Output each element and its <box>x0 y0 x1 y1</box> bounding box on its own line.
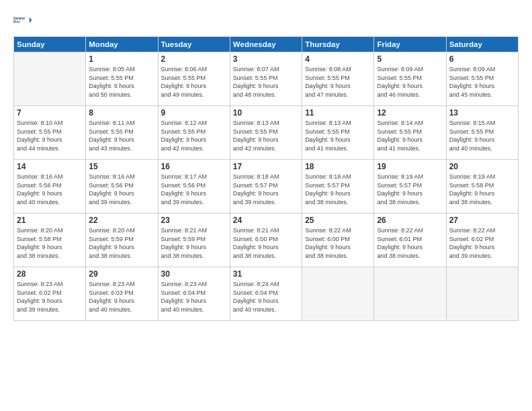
calendar-cell: 4Sunrise: 8:08 AM Sunset: 5:55 PM Daylig… <box>302 52 374 106</box>
svg-marker-2 <box>30 17 32 23</box>
day-number: 17 <box>233 162 299 171</box>
day-info: Sunrise: 8:08 AM Sunset: 5:55 PM Dayligh… <box>305 65 371 99</box>
day-info: Sunrise: 8:23 AM Sunset: 6:02 PM Dayligh… <box>17 280 83 314</box>
day-info: Sunrise: 8:10 AM Sunset: 5:55 PM Dayligh… <box>17 119 83 152</box>
day-number: 13 <box>449 108 515 118</box>
calendar-cell <box>374 267 446 321</box>
day-number: 10 <box>233 108 299 118</box>
week-row-2: 7Sunrise: 8:10 AM Sunset: 5:55 PM Daylig… <box>14 106 519 160</box>
day-info: Sunrise: 8:19 AM Sunset: 5:58 PM Dayligh… <box>449 173 515 206</box>
day-info: Sunrise: 8:23 AM Sunset: 6:03 PM Dayligh… <box>89 280 154 314</box>
week-row-3: 14Sunrise: 8:16 AM Sunset: 5:56 PM Dayli… <box>14 160 519 214</box>
day-info: Sunrise: 8:22 AM Sunset: 6:02 PM Dayligh… <box>449 226 515 260</box>
day-info: Sunrise: 8:20 AM Sunset: 5:58 PM Dayligh… <box>17 226 83 260</box>
week-row-5: 28Sunrise: 8:23 AM Sunset: 6:02 PM Dayli… <box>14 267 519 321</box>
day-info: Sunrise: 8:18 AM Sunset: 5:57 PM Dayligh… <box>305 173 371 206</box>
day-info: Sunrise: 8:19 AM Sunset: 5:57 PM Dayligh… <box>377 173 443 206</box>
svg-text:Blue: Blue <box>13 20 20 24</box>
day-info: Sunrise: 8:23 AM Sunset: 6:04 PM Dayligh… <box>161 280 227 314</box>
day-info: Sunrise: 8:22 AM Sunset: 6:01 PM Dayligh… <box>377 226 443 260</box>
day-number: 26 <box>377 216 443 225</box>
day-info: Sunrise: 8:17 AM Sunset: 5:56 PM Dayligh… <box>161 173 227 206</box>
day-info: Sunrise: 8:13 AM Sunset: 5:55 PM Dayligh… <box>305 119 371 152</box>
day-info: Sunrise: 8:11 AM Sunset: 5:55 PM Dayligh… <box>89 119 154 152</box>
calendar-cell: 27Sunrise: 8:22 AM Sunset: 6:02 PM Dayli… <box>446 214 518 267</box>
day-info: Sunrise: 8:06 AM Sunset: 5:55 PM Dayligh… <box>161 65 227 99</box>
calendar-cell: 23Sunrise: 8:21 AM Sunset: 5:59 PM Dayli… <box>158 214 230 267</box>
day-info: Sunrise: 8:12 AM Sunset: 5:55 PM Dayligh… <box>161 119 227 152</box>
day-number: 20 <box>449 162 515 171</box>
calendar-cell: 5Sunrise: 8:09 AM Sunset: 5:55 PM Daylig… <box>374 52 446 106</box>
day-info: Sunrise: 8:21 AM Sunset: 5:59 PM Dayligh… <box>161 226 227 260</box>
calendar-cell: 1Sunrise: 8:05 AM Sunset: 5:55 PM Daylig… <box>86 52 158 106</box>
day-number: 23 <box>161 216 227 225</box>
header: GeneralBlue <box>13 11 519 30</box>
day-number: 28 <box>17 269 83 279</box>
day-number: 3 <box>233 54 299 64</box>
day-number: 5 <box>377 54 443 64</box>
calendar-cell: 26Sunrise: 8:22 AM Sunset: 6:01 PM Dayli… <box>374 214 446 267</box>
calendar-cell: 20Sunrise: 8:19 AM Sunset: 5:58 PM Dayli… <box>446 160 518 214</box>
day-number: 25 <box>305 216 371 225</box>
day-number: 21 <box>17 216 83 225</box>
day-number: 4 <box>305 54 371 64</box>
weekday-tuesday: Tuesday <box>158 37 230 52</box>
weekday-wednesday: Wednesday <box>230 37 302 52</box>
day-info: Sunrise: 8:15 AM Sunset: 5:55 PM Dayligh… <box>449 119 515 152</box>
day-info: Sunrise: 8:24 AM Sunset: 6:04 PM Dayligh… <box>233 280 299 314</box>
calendar-cell: 19Sunrise: 8:19 AM Sunset: 5:57 PM Dayli… <box>374 160 446 214</box>
day-info: Sunrise: 8:05 AM Sunset: 5:55 PM Dayligh… <box>89 65 154 99</box>
weekday-header-row: SundayMondayTuesdayWednesdayThursdayFrid… <box>14 37 519 52</box>
calendar-cell: 3Sunrise: 8:07 AM Sunset: 5:55 PM Daylig… <box>230 52 302 106</box>
day-number: 14 <box>17 162 83 171</box>
calendar-cell: 17Sunrise: 8:18 AM Sunset: 5:57 PM Dayli… <box>230 160 302 214</box>
day-info: Sunrise: 8:07 AM Sunset: 5:55 PM Dayligh… <box>233 65 299 99</box>
calendar-cell: 9Sunrise: 8:12 AM Sunset: 5:55 PM Daylig… <box>158 106 230 160</box>
calendar-cell: 13Sunrise: 8:15 AM Sunset: 5:55 PM Dayli… <box>446 106 518 160</box>
day-info: Sunrise: 8:22 AM Sunset: 6:00 PM Dayligh… <box>305 226 371 260</box>
calendar-table: SundayMondayTuesdayWednesdayThursdayFrid… <box>13 36 519 321</box>
day-info: Sunrise: 8:14 AM Sunset: 5:55 PM Dayligh… <box>377 119 443 152</box>
calendar-cell: 28Sunrise: 8:23 AM Sunset: 6:02 PM Dayli… <box>14 267 86 321</box>
calendar-cell: 8Sunrise: 8:11 AM Sunset: 5:55 PM Daylig… <box>86 106 158 160</box>
day-number: 16 <box>161 162 227 171</box>
day-number: 2 <box>161 54 227 64</box>
calendar-cell: 14Sunrise: 8:16 AM Sunset: 5:56 PM Dayli… <box>14 160 86 214</box>
day-number: 7 <box>17 108 83 118</box>
day-info: Sunrise: 8:20 AM Sunset: 5:59 PM Dayligh… <box>89 226 154 260</box>
day-info: Sunrise: 8:09 AM Sunset: 5:55 PM Dayligh… <box>377 65 443 99</box>
day-info: Sunrise: 8:13 AM Sunset: 5:55 PM Dayligh… <box>233 119 299 152</box>
calendar-cell: 22Sunrise: 8:20 AM Sunset: 5:59 PM Dayli… <box>86 214 158 267</box>
day-number: 27 <box>449 216 515 225</box>
day-number: 19 <box>377 162 443 171</box>
weekday-saturday: Saturday <box>446 37 518 52</box>
day-number: 29 <box>89 269 154 279</box>
logo: GeneralBlue <box>13 11 32 30</box>
calendar-cell: 24Sunrise: 8:21 AM Sunset: 6:00 PM Dayli… <box>230 214 302 267</box>
day-number: 18 <box>305 162 371 171</box>
calendar-cell: 7Sunrise: 8:10 AM Sunset: 5:55 PM Daylig… <box>14 106 86 160</box>
day-info: Sunrise: 8:21 AM Sunset: 6:00 PM Dayligh… <box>233 226 299 260</box>
calendar-cell: 29Sunrise: 8:23 AM Sunset: 6:03 PM Dayli… <box>86 267 158 321</box>
calendar-cell: 11Sunrise: 8:13 AM Sunset: 5:55 PM Dayli… <box>302 106 374 160</box>
weekday-sunday: Sunday <box>14 37 86 52</box>
calendar-cell: 15Sunrise: 8:16 AM Sunset: 5:56 PM Dayli… <box>86 160 158 214</box>
day-number: 30 <box>161 269 227 279</box>
week-row-4: 21Sunrise: 8:20 AM Sunset: 5:58 PM Dayli… <box>14 214 519 267</box>
day-number: 24 <box>233 216 299 225</box>
calendar-cell <box>14 52 86 106</box>
logo-icon: GeneralBlue <box>13 11 32 30</box>
calendar-cell: 6Sunrise: 8:09 AM Sunset: 5:55 PM Daylig… <box>446 52 518 106</box>
day-number: 1 <box>89 54 154 64</box>
day-number: 11 <box>305 108 371 118</box>
day-number: 15 <box>89 162 154 171</box>
day-info: Sunrise: 8:18 AM Sunset: 5:57 PM Dayligh… <box>233 173 299 206</box>
calendar-cell <box>302 267 374 321</box>
calendar-cell: 30Sunrise: 8:23 AM Sunset: 6:04 PM Dayli… <box>158 267 230 321</box>
day-info: Sunrise: 8:16 AM Sunset: 5:56 PM Dayligh… <box>17 173 83 206</box>
day-info: Sunrise: 8:09 AM Sunset: 5:55 PM Dayligh… <box>449 65 515 99</box>
calendar-cell: 16Sunrise: 8:17 AM Sunset: 5:56 PM Dayli… <box>158 160 230 214</box>
day-number: 6 <box>449 54 515 64</box>
day-number: 22 <box>89 216 154 225</box>
calendar-cell: 2Sunrise: 8:06 AM Sunset: 5:55 PM Daylig… <box>158 52 230 106</box>
